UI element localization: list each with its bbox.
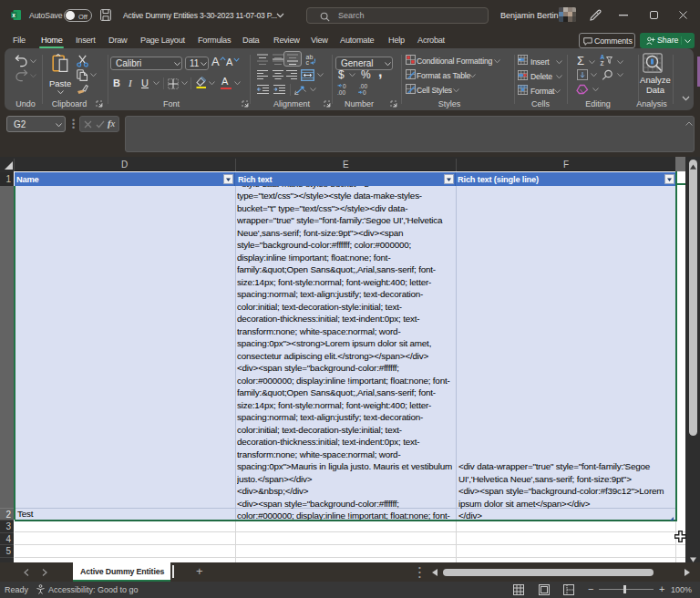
svg-text:0: 0: [363, 89, 366, 96]
svg-text:0: 0: [343, 83, 346, 89]
svg-text:A: A: [601, 54, 605, 60]
svg-text:x: x: [12, 12, 15, 18]
svg-text:.00: .00: [337, 89, 345, 96]
svg-text:.00: .00: [359, 83, 367, 89]
svg-text:c: c: [306, 59, 310, 66]
svg-text:Z: Z: [601, 60, 604, 67]
